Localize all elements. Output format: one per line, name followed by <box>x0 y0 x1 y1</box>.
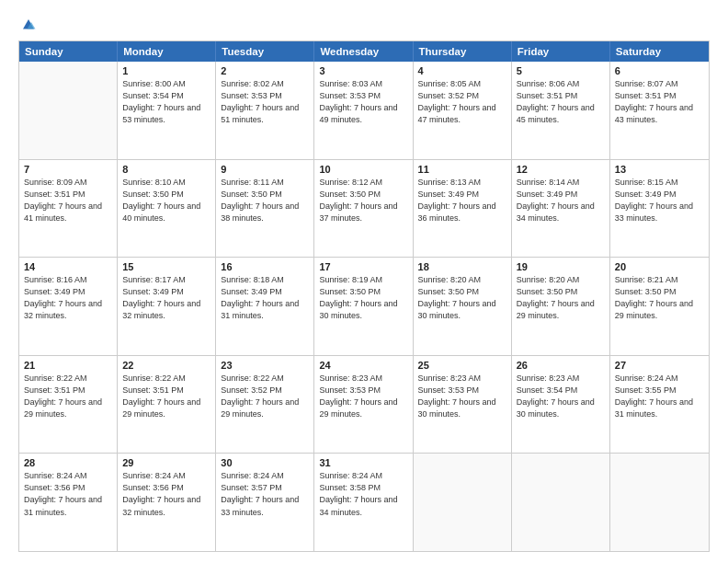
calendar-cell: 12Sunrise: 8:14 AMSunset: 3:49 PMDayligh… <box>512 160 610 258</box>
day-number: 27 <box>615 360 704 371</box>
day-number: 16 <box>221 261 309 272</box>
calendar-cell: 20Sunrise: 8:21 AMSunset: 3:50 PMDayligh… <box>610 258 709 355</box>
day-number: 18 <box>418 261 506 272</box>
day-number: 11 <box>418 164 506 175</box>
calendar-cell: 30Sunrise: 8:24 AMSunset: 3:57 PMDayligh… <box>216 454 314 551</box>
calendar-cell: 15Sunrise: 8:17 AMSunset: 3:49 PMDayligh… <box>118 258 216 355</box>
calendar-day-header: Sunday <box>19 41 118 62</box>
calendar-cell: 22Sunrise: 8:22 AMSunset: 3:51 PMDayligh… <box>118 356 216 454</box>
day-info: Sunrise: 8:17 AMSunset: 3:49 PMDaylight:… <box>122 274 210 322</box>
calendar-row: 28Sunrise: 8:24 AMSunset: 3:56 PMDayligh… <box>19 453 709 551</box>
calendar-cell: 2Sunrise: 8:02 AMSunset: 3:53 PMDaylight… <box>216 62 314 159</box>
calendar-cell: 19Sunrise: 8:20 AMSunset: 3:50 PMDayligh… <box>512 258 610 355</box>
day-number: 8 <box>122 164 210 175</box>
day-info: Sunrise: 8:06 AMSunset: 3:51 PMDaylight:… <box>517 78 605 126</box>
calendar-cell: 25Sunrise: 8:23 AMSunset: 3:53 PMDayligh… <box>414 356 512 454</box>
day-number: 31 <box>319 457 407 468</box>
day-number: 7 <box>24 164 112 175</box>
calendar-cell: 23Sunrise: 8:22 AMSunset: 3:52 PMDayligh… <box>216 356 314 454</box>
day-info: Sunrise: 8:02 AMSunset: 3:53 PMDaylight:… <box>221 78 309 126</box>
day-number: 28 <box>24 457 112 468</box>
calendar-cell: 21Sunrise: 8:22 AMSunset: 3:51 PMDayligh… <box>19 356 118 454</box>
day-number: 14 <box>24 261 112 272</box>
calendar-row: 21Sunrise: 8:22 AMSunset: 3:51 PMDayligh… <box>19 355 709 454</box>
day-info: Sunrise: 8:24 AMSunset: 3:56 PMDaylight:… <box>24 470 112 518</box>
day-info: Sunrise: 8:23 AMSunset: 3:53 PMDaylight:… <box>319 373 407 420</box>
calendar-cell: 13Sunrise: 8:15 AMSunset: 3:49 PMDayligh… <box>610 160 709 258</box>
day-number: 17 <box>319 261 407 272</box>
calendar-cell: 31Sunrise: 8:24 AMSunset: 3:58 PMDayligh… <box>314 454 413 551</box>
day-number: 3 <box>319 65 407 76</box>
calendar-day-header: Saturday <box>610 41 709 62</box>
calendar-cell: 9Sunrise: 8:11 AMSunset: 3:50 PMDaylight… <box>216 160 314 258</box>
day-info: Sunrise: 8:18 AMSunset: 3:49 PMDaylight:… <box>221 274 309 322</box>
day-info: Sunrise: 8:22 AMSunset: 3:51 PMDaylight:… <box>24 373 112 420</box>
day-number: 6 <box>615 65 704 76</box>
day-number: 29 <box>122 457 210 468</box>
day-number: 10 <box>319 164 407 175</box>
day-number: 12 <box>517 164 605 175</box>
day-info: Sunrise: 8:23 AMSunset: 3:53 PMDaylight:… <box>418 373 506 420</box>
day-number: 23 <box>221 360 309 371</box>
day-info: Sunrise: 8:13 AMSunset: 3:49 PMDaylight:… <box>418 177 506 224</box>
calendar-cell: 16Sunrise: 8:18 AMSunset: 3:49 PMDayligh… <box>216 258 314 355</box>
day-info: Sunrise: 8:12 AMSunset: 3:50 PMDaylight:… <box>319 177 407 224</box>
day-info: Sunrise: 8:24 AMSunset: 3:57 PMDaylight:… <box>221 470 309 518</box>
calendar-cell: 1Sunrise: 8:00 AMSunset: 3:54 PMDaylight… <box>118 62 216 159</box>
day-number: 30 <box>221 457 309 468</box>
day-number: 1 <box>122 65 210 76</box>
day-info: Sunrise: 8:22 AMSunset: 3:51 PMDaylight:… <box>122 373 210 420</box>
day-info: Sunrise: 8:07 AMSunset: 3:51 PMDaylight:… <box>615 78 704 126</box>
calendar-row: 14Sunrise: 8:16 AMSunset: 3:49 PMDayligh… <box>19 257 709 355</box>
calendar-cell: 4Sunrise: 8:05 AMSunset: 3:52 PMDaylight… <box>414 62 512 159</box>
calendar-cell: 7Sunrise: 8:09 AMSunset: 3:51 PMDaylight… <box>19 160 118 258</box>
calendar-cell: 27Sunrise: 8:24 AMSunset: 3:55 PMDayligh… <box>610 356 709 454</box>
day-info: Sunrise: 8:19 AMSunset: 3:50 PMDaylight:… <box>319 274 407 322</box>
day-number: 5 <box>517 65 605 76</box>
calendar-cell: 28Sunrise: 8:24 AMSunset: 3:56 PMDayligh… <box>19 454 118 551</box>
calendar-cell: 18Sunrise: 8:20 AMSunset: 3:50 PMDayligh… <box>414 258 512 355</box>
day-info: Sunrise: 8:16 AMSunset: 3:49 PMDaylight:… <box>24 274 112 322</box>
day-info: Sunrise: 8:23 AMSunset: 3:54 PMDaylight:… <box>517 373 605 420</box>
day-number: 13 <box>615 164 704 175</box>
calendar-day-header: Wednesday <box>314 41 413 62</box>
calendar-row: 7Sunrise: 8:09 AMSunset: 3:51 PMDaylight… <box>19 159 709 258</box>
day-info: Sunrise: 8:05 AMSunset: 3:52 PMDaylight:… <box>418 78 506 126</box>
day-number: 9 <box>221 164 309 175</box>
calendar-cell: 17Sunrise: 8:19 AMSunset: 3:50 PMDayligh… <box>314 258 413 355</box>
calendar: SundayMondayTuesdayWednesdayThursdayFrid… <box>18 40 710 552</box>
calendar-day-header: Tuesday <box>216 41 314 62</box>
calendar-header: SundayMondayTuesdayWednesdayThursdayFrid… <box>19 41 709 62</box>
calendar-day-header: Monday <box>118 41 216 62</box>
calendar-cell: 11Sunrise: 8:13 AMSunset: 3:49 PMDayligh… <box>414 160 512 258</box>
day-info: Sunrise: 8:03 AMSunset: 3:53 PMDaylight:… <box>319 78 407 126</box>
logo-icon <box>20 17 37 33</box>
calendar-day-header: Friday <box>512 41 610 62</box>
day-info: Sunrise: 8:14 AMSunset: 3:49 PMDaylight:… <box>517 177 605 224</box>
day-number: 20 <box>615 261 704 272</box>
calendar-cell <box>610 454 709 551</box>
day-number: 24 <box>319 360 407 371</box>
calendar-cell: 5Sunrise: 8:06 AMSunset: 3:51 PMDaylight… <box>512 62 610 159</box>
calendar-cell: 6Sunrise: 8:07 AMSunset: 3:51 PMDaylight… <box>610 62 709 159</box>
logo <box>18 17 39 33</box>
day-info: Sunrise: 8:09 AMSunset: 3:51 PMDaylight:… <box>24 177 112 224</box>
calendar-cell <box>414 454 512 551</box>
day-number: 25 <box>418 360 506 371</box>
calendar-cell: 3Sunrise: 8:03 AMSunset: 3:53 PMDaylight… <box>314 62 413 159</box>
day-number: 22 <box>122 360 210 371</box>
calendar-cell: 26Sunrise: 8:23 AMSunset: 3:54 PMDayligh… <box>512 356 610 454</box>
day-info: Sunrise: 8:20 AMSunset: 3:50 PMDaylight:… <box>418 274 506 322</box>
calendar-cell: 10Sunrise: 8:12 AMSunset: 3:50 PMDayligh… <box>314 160 413 258</box>
day-info: Sunrise: 8:15 AMSunset: 3:49 PMDaylight:… <box>615 177 704 224</box>
calendar-cell: 8Sunrise: 8:10 AMSunset: 3:50 PMDaylight… <box>118 160 216 258</box>
day-info: Sunrise: 8:24 AMSunset: 3:58 PMDaylight:… <box>319 470 407 518</box>
calendar-cell <box>512 454 610 551</box>
day-info: Sunrise: 8:10 AMSunset: 3:50 PMDaylight:… <box>122 177 210 224</box>
day-number: 2 <box>221 65 309 76</box>
calendar-day-header: Thursday <box>414 41 512 62</box>
calendar-body: 1Sunrise: 8:00 AMSunset: 3:54 PMDaylight… <box>19 62 709 551</box>
day-info: Sunrise: 8:11 AMSunset: 3:50 PMDaylight:… <box>221 177 309 224</box>
header <box>18 17 710 33</box>
calendar-cell <box>19 62 118 159</box>
